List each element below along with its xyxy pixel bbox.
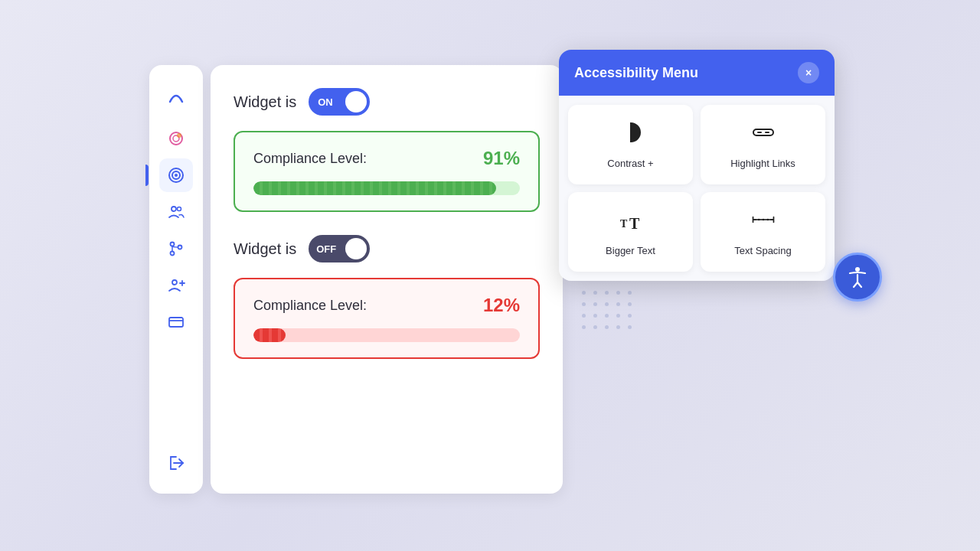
sidebar	[149, 65, 203, 494]
user-add-icon	[167, 276, 185, 295]
main-content-panel: Widget is ON Compliance Level: 91% Widge…	[211, 65, 563, 494]
progress-bar-red	[253, 328, 520, 342]
bigger-text-icon: T T	[619, 207, 643, 237]
compliance-green-title: Compliance Level:	[253, 151, 367, 167]
layers-icon	[167, 129, 185, 148]
accessibility-fab[interactable]	[833, 253, 882, 302]
compliance-red-card: Compliance Level: 12%	[234, 278, 540, 359]
widget-off-label: Widget is	[234, 240, 296, 258]
text-spacing-icon	[751, 207, 776, 237]
highlight-links-icon	[751, 120, 776, 150]
compliance-green-header: Compliance Level: 91%	[253, 148, 520, 169]
menu-item-bigger-text[interactable]: T T Bigger Text	[568, 192, 693, 272]
target-icon	[167, 166, 185, 184]
card-icon	[167, 313, 185, 331]
compliance-green-card: Compliance Level: 91%	[234, 131, 540, 212]
svg-point-18	[762, 219, 764, 221]
sidebar-item-card[interactable]	[159, 305, 193, 339]
toggle-off-knob	[345, 238, 367, 259]
accessibility-menu: Accessibility Menu × Contrast +	[559, 50, 835, 281]
svg-point-19	[766, 219, 769, 221]
contrast-icon	[619, 120, 643, 150]
widget-on-row: Widget is ON	[234, 88, 540, 116]
sidebar-item-layers[interactable]	[159, 122, 193, 155]
sidebar-item-user-add[interactable]	[159, 269, 193, 302]
svg-point-20	[855, 267, 860, 272]
svg-point-2	[177, 133, 181, 138]
dots-pattern	[582, 291, 632, 337]
svg-point-11	[172, 280, 177, 285]
svg-point-7	[178, 207, 181, 211]
svg-text:T: T	[629, 215, 640, 232]
svg-point-8	[171, 243, 175, 246]
sidebar-item-target[interactable]	[159, 158, 193, 192]
svg-rect-12	[169, 318, 183, 327]
widget-off-toggle-text: OFF	[316, 243, 336, 255]
menu-item-text-spacing[interactable]: Text Spacing	[701, 192, 825, 272]
svg-point-6	[172, 207, 176, 211]
menu-body: Contrast + Highlight Links T T Bigger T	[559, 96, 835, 281]
svg-rect-13	[753, 129, 773, 135]
text-spacing-label: Text Spacing	[734, 245, 791, 256]
highlight-links-label: Highlight Links	[730, 158, 795, 169]
bigger-text-label: Bigger Text	[606, 245, 655, 256]
progress-bar-green	[253, 181, 520, 195]
toggle-on-knob	[345, 91, 367, 112]
sidebar-item-team[interactable]	[159, 195, 193, 229]
logo-icon	[165, 85, 187, 106]
svg-point-9	[178, 246, 182, 249]
sidebar-item-branch[interactable]	[159, 232, 193, 266]
menu-item-highlight-links[interactable]: Highlight Links	[701, 105, 825, 184]
branch-icon	[167, 240, 185, 258]
svg-point-17	[757, 219, 760, 221]
widget-off-row: Widget is OFF	[234, 235, 540, 262]
compliance-red-title: Compliance Level:	[253, 298, 367, 314]
menu-header: Accessibility Menu ×	[559, 50, 835, 96]
close-icon: ×	[805, 67, 812, 79]
compliance-red-header: Compliance Level: 12%	[253, 295, 520, 316]
widget-off-toggle[interactable]: OFF	[309, 235, 370, 262]
svg-text:T: T	[620, 218, 628, 230]
svg-point-5	[175, 174, 178, 177]
progress-fill-red	[253, 328, 286, 342]
sidebar-item-logo[interactable]	[159, 79, 193, 112]
svg-point-10	[171, 252, 175, 256]
accessibility-fab-icon	[844, 264, 871, 290]
compliance-red-value: 12%	[483, 295, 520, 316]
sidebar-item-logout[interactable]	[159, 446, 193, 480]
compliance-green-value: 91%	[483, 148, 520, 169]
widget-on-label: Widget is	[234, 93, 296, 111]
team-icon	[167, 203, 185, 221]
menu-title: Accessibility Menu	[574, 65, 698, 81]
logout-icon	[167, 454, 185, 472]
contrast-label: Contrast +	[607, 158, 653, 169]
widget-on-toggle-text: ON	[318, 96, 333, 108]
progress-fill-green	[253, 181, 496, 195]
close-button[interactable]: ×	[798, 62, 819, 83]
menu-item-contrast[interactable]: Contrast +	[568, 105, 693, 184]
widget-on-toggle[interactable]: ON	[309, 88, 370, 116]
